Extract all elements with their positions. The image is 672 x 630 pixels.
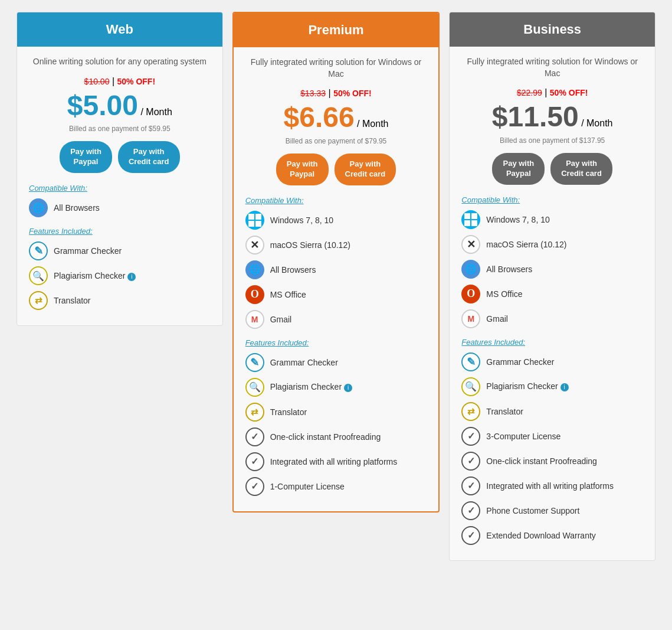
feature-item: ⇄ Translator xyxy=(245,403,427,422)
original-price: $13.33 xyxy=(300,89,326,98)
feature-text: Translator xyxy=(270,407,307,417)
feature-text: Grammar Checker xyxy=(54,246,122,256)
compat-section: Compatible With: 🌐 All Browsers xyxy=(29,184,211,217)
feature-item: ✎ Grammar Checker xyxy=(29,241,211,260)
compat-item: ✕ macOS Sierra (10.12) xyxy=(245,236,427,254)
feature-text: Plagiarism Checkeri xyxy=(54,271,136,281)
credit-card-button[interactable]: Pay withCredit card xyxy=(335,154,396,185)
feature-text: Plagiarism Checkeri xyxy=(270,382,352,392)
credit-card-button[interactable]: Pay withCredit card xyxy=(118,141,180,173)
office-icon: O xyxy=(245,285,264,304)
info-icon[interactable]: i xyxy=(127,273,136,281)
paypal-button[interactable]: Pay withPaypal xyxy=(276,154,329,185)
grammar-icon: ✎ xyxy=(29,241,48,260)
billed-text: Billed as one payment of $79.95 xyxy=(245,137,427,145)
compat-label: Compatible With: xyxy=(245,196,427,205)
compat-text: Gmail xyxy=(270,315,292,324)
compat-label: Compatible With: xyxy=(461,195,643,204)
plan-description: Fully integrated writing solution for Wi… xyxy=(461,56,643,79)
grammar-icon: ✎ xyxy=(245,353,264,372)
plan-body-business: Fully integrated writing solution for Wi… xyxy=(450,47,655,560)
translator-icon: ⇄ xyxy=(29,291,48,310)
compat-text: macOS Sierra (10.12) xyxy=(486,240,566,249)
compat-item: O MS Office xyxy=(245,285,427,304)
feature-item: ✓ Phone Customer Support xyxy=(461,501,643,520)
per-month: / Month xyxy=(140,107,172,117)
check-icon: ✓ xyxy=(461,501,480,520)
features-label: Features Included: xyxy=(245,338,427,347)
feature-item: ⇄ Translator xyxy=(461,402,643,421)
main-price-row: $11.50 / Month xyxy=(461,102,643,133)
feature-text: Translator xyxy=(54,296,91,305)
translator-icon: ⇄ xyxy=(245,403,264,422)
feature-item: ✓ Integrated with all writing platforms xyxy=(461,476,643,495)
billed-text: Billed as one payment of $59.95 xyxy=(29,125,211,133)
compat-item: M Gmail xyxy=(245,310,427,329)
feature-text: Extended Download Warranty xyxy=(486,531,595,540)
windows-icon xyxy=(461,210,480,229)
discount-badge: 50% OFF! xyxy=(550,88,588,97)
compat-item: Windows 7, 8, 10 xyxy=(245,211,427,230)
paypal-button[interactable]: Pay withPaypal xyxy=(492,153,545,185)
features-section: Features Included: ✎ Grammar Checker 🔍 P… xyxy=(245,338,427,496)
plan-name: Business xyxy=(523,22,581,37)
feature-item: 🔍 Plagiarism Checkeri xyxy=(461,377,643,396)
features-label: Features Included: xyxy=(461,338,643,347)
plan-description: Fully integrated writing solution for Wi… xyxy=(245,57,427,80)
feature-text: Translator xyxy=(486,407,523,416)
plan-header-web: Web xyxy=(17,12,222,47)
pricing-row: $13.33 | 50% OFF! xyxy=(245,88,427,99)
feature-text: Integrated with all writing platforms xyxy=(270,457,398,466)
check-icon: ✓ xyxy=(245,477,264,496)
feature-text: Integrated with all writing platforms xyxy=(486,481,614,491)
globe-icon: 🌐 xyxy=(245,260,264,279)
info-icon[interactable]: i xyxy=(560,383,569,391)
original-price: $22.99 xyxy=(517,88,542,97)
main-price: $11.50 xyxy=(492,101,579,132)
features-section: Features Included: ✎ Grammar Checker 🔍 P… xyxy=(461,338,643,545)
per-month: / Month xyxy=(581,118,612,128)
feature-item: ✓ One-click instant Proofreading xyxy=(461,452,643,471)
button-row: Pay withPaypal Pay withCredit card xyxy=(461,153,643,185)
paypal-button[interactable]: Pay withPaypal xyxy=(60,141,112,173)
features-section: Features Included: ✎ Grammar Checker 🔍 P… xyxy=(29,227,211,310)
credit-card-button[interactable]: Pay withCredit card xyxy=(550,153,612,185)
globe-icon: 🌐 xyxy=(29,198,48,217)
main-price-row: $6.66 / Month xyxy=(245,102,427,133)
discount-badge: 50% OFF! xyxy=(333,89,372,98)
features-label: Features Included: xyxy=(29,227,211,236)
check-icon: ✓ xyxy=(245,427,264,446)
feature-item: ⇄ Translator xyxy=(29,291,211,310)
compat-item: Windows 7, 8, 10 xyxy=(461,210,643,229)
plan-body-web: Online writing solution for any operatin… xyxy=(17,47,222,325)
feature-item: 🔍 Plagiarism Checkeri xyxy=(245,378,427,397)
gmail-icon: M xyxy=(461,309,480,328)
check-icon: ✓ xyxy=(461,452,480,471)
pricing-row: $22.99 | 50% OFF! xyxy=(461,87,643,98)
compat-text: macOS Sierra (10.12) xyxy=(270,240,350,250)
compat-text: All Browsers xyxy=(54,203,100,213)
gmail-icon: M xyxy=(245,310,264,329)
compat-text: All Browsers xyxy=(270,265,316,275)
info-icon[interactable]: i xyxy=(344,384,352,392)
main-price: $6.66 xyxy=(284,102,355,133)
compat-text: Gmail xyxy=(486,314,508,324)
compat-text: MS Office xyxy=(486,289,522,299)
compat-section: Compatible With: Windows 7, 8, 10 ✕ macO… xyxy=(245,196,427,329)
plan-header-business: Business xyxy=(450,12,655,47)
original-price: $10.00 xyxy=(84,77,110,86)
mac-icon: ✕ xyxy=(245,236,264,254)
feature-text: Grammar Checker xyxy=(270,358,338,367)
grammar-icon: ✎ xyxy=(461,352,480,371)
plan-body-premium: Fully integrated writing solution for Wi… xyxy=(234,47,439,511)
pricing-container: Web Online writing solution for any oper… xyxy=(12,12,660,561)
plan-card-web: Web Online writing solution for any oper… xyxy=(17,12,223,326)
feature-item: ✓ One-click instant Proofreading xyxy=(245,427,427,446)
billed-text: Billed as one payment of $137.95 xyxy=(461,136,643,145)
main-price-row: $5.00 / Month xyxy=(29,90,211,122)
feature-text: Phone Customer Support xyxy=(486,506,579,515)
compat-item: ✕ macOS Sierra (10.12) xyxy=(461,235,643,254)
compat-section: Compatible With: Windows 7, 8, 10 ✕ macO… xyxy=(461,195,643,328)
compat-item: M Gmail xyxy=(461,309,643,328)
button-row: Pay withPaypal Pay withCredit card xyxy=(245,154,427,185)
